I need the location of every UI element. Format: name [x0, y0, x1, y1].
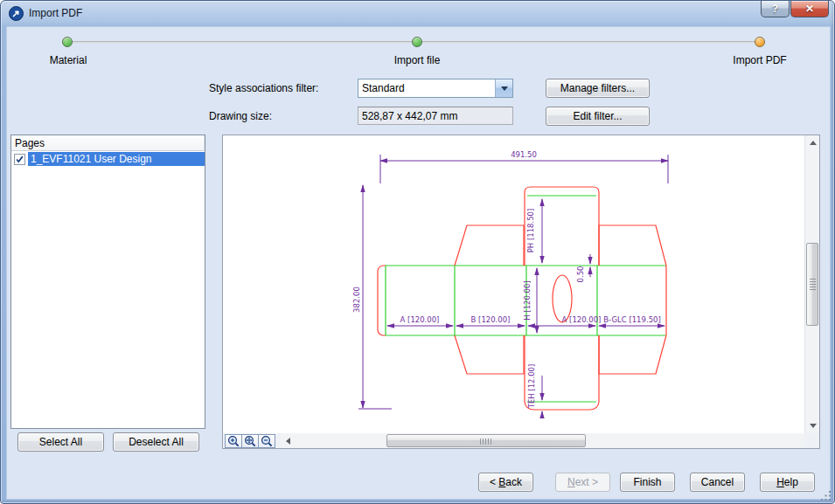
select-all-button[interactable]: Select All [17, 432, 104, 452]
chevron-down-icon [501, 86, 508, 91]
style-filter-label: Style associations filter: [209, 82, 318, 94]
wizard-step-label-material: Material [50, 54, 87, 66]
style-filter-dropdown[interactable]: Standard [358, 79, 513, 98]
scroll-left-button[interactable] [281, 433, 296, 448]
scroll-up-button[interactable] [805, 135, 820, 150]
list-item[interactable]: 1_EVF11021 User Design [11, 151, 205, 167]
dim-panel-bglc-label: B-GLC [119.50] [603, 315, 661, 324]
dim-offset-label: 0.50 [576, 266, 585, 283]
dim-ph-label: PH [118.50] [526, 209, 535, 253]
titlebar: Import PDF ? ✕ [1, 1, 834, 26]
wizard-step-dot-import-pdf [755, 37, 765, 47]
dim-panel-a2-label: A [120.00] [562, 315, 602, 324]
close-icon: ✕ [805, 3, 814, 15]
dim-panel-b-label: B [120.00] [471, 315, 511, 324]
edit-filter-button[interactable]: Edit filter... [546, 107, 650, 126]
wizard-step-label-import-pdf: Import PDF [733, 54, 786, 66]
app-icon [9, 6, 24, 21]
scroll-down-button[interactable] [805, 418, 820, 433]
help-button[interactable]: Help [760, 473, 815, 492]
page-item-label: 1_EVF11021 User Design [28, 152, 205, 166]
style-filter-value: Standard [358, 82, 495, 94]
dim-teh-label: TEH [12.00] [527, 364, 536, 410]
dim-h-label: H [120.00] [523, 280, 532, 320]
zoom-fit-button[interactable] [241, 434, 259, 448]
manage-filters-button[interactable]: Manage filters... [546, 79, 650, 98]
resize-grip[interactable] [820, 490, 832, 501]
zoom-in-button[interactable] [225, 434, 242, 448]
drawing-size-field: 528,87 x 442,07 mm [358, 107, 513, 125]
dimension-lines: 491.50 382.00 A [120.00] B [120.00] A [1… [352, 150, 668, 418]
wizard-step-dot-import-file [412, 37, 422, 47]
zoom-in-icon [227, 435, 240, 447]
vertical-scrollbar-thumb[interactable] [806, 243, 818, 326]
next-button[interactable]: Next > [555, 473, 610, 492]
window-title: Import PDF [29, 7, 82, 19]
arrow-left-icon [286, 438, 290, 445]
dim-height-label: 382.00 [352, 287, 361, 313]
dim-width-label: 491.50 [511, 150, 537, 159]
finish-button[interactable]: Finish [620, 473, 675, 492]
cut-lines [378, 187, 666, 410]
back-button[interactable]: < Back [478, 473, 533, 492]
pages-panel: Pages 1_EVF11021 User Design [10, 135, 205, 429]
preview-vertical-scrollbar[interactable] [804, 135, 819, 433]
help-icon: ? [772, 3, 778, 15]
style-filter-dropdown-button[interactable] [495, 79, 512, 97]
zoom-toolbar [223, 433, 277, 448]
pages-column-header[interactable]: Pages [11, 135, 205, 151]
pdf-preview-pane: 491.50 382.00 A [120.00] B [120.00] A [1… [222, 135, 820, 449]
import-pdf-dialog: Import PDF ? ✕ Material Import file Impo… [0, 0, 835, 504]
zoom-out-icon [261, 435, 273, 447]
help-titlebar-button[interactable]: ? [761, 1, 790, 17]
thumb-grip-icon [480, 438, 492, 445]
preview-bottom-bar [223, 433, 819, 448]
zoom-out-button[interactable] [258, 434, 275, 448]
dieline-drawing: 491.50 382.00 A [120.00] B [120.00] A [1… [223, 135, 804, 433]
dialog-body: Material Import file Import PDF Style as… [6, 26, 831, 500]
wizard-step-dot-material [62, 37, 73, 47]
cancel-button[interactable]: Cancel [690, 473, 745, 492]
preview-horizontal-scrollbar[interactable] [281, 433, 819, 448]
horizontal-scrollbar-thumb[interactable] [386, 434, 586, 447]
arrow-up-icon [810, 141, 817, 145]
scrollbar-corner [804, 433, 819, 448]
zoom-fit-icon [244, 435, 256, 447]
page-checkbox[interactable] [14, 154, 25, 165]
drawing-size-label: Drawing size: [209, 110, 272, 122]
dim-panel-a1-label: A [120.00] [400, 315, 440, 324]
deselect-all-button[interactable]: Deselect All [113, 432, 199, 452]
close-button[interactable]: ✕ [790, 1, 829, 17]
thumb-grip-icon [810, 279, 816, 291]
wizard-step-label-import-file: Import file [394, 54, 441, 66]
arrow-down-icon [810, 424, 817, 428]
